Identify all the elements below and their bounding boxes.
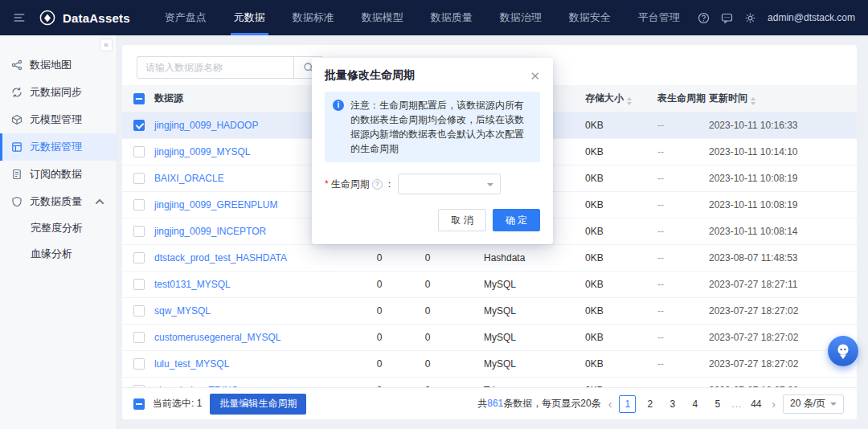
datasource-link[interactable]: lulu_test_MYSQL (154, 358, 355, 370)
table-row: dtstack_prod_test_HASHDATA 0 0 Hashdata … (122, 245, 857, 272)
nav-item-metadata[interactable]: 元数据 (220, 0, 279, 35)
cell-lifecycle: -- (645, 120, 709, 131)
row-checkbox[interactable] (133, 332, 145, 343)
search-input[interactable] (137, 57, 293, 78)
sidebar-subitem-completeness[interactable]: 完整度分析 (0, 215, 117, 241)
nav-item-asset-inventory[interactable]: 资产盘点 (151, 0, 220, 35)
nav-item-data-standard[interactable]: 数据标准 (279, 0, 348, 35)
page-number[interactable]: 4 (686, 395, 703, 413)
cell-type: MySQL (452, 279, 572, 290)
sidebar-collapse-icon[interactable]: « (100, 39, 113, 51)
page-number-last[interactable]: 44 (747, 395, 764, 413)
hamburger-menu-icon[interactable] (13, 11, 26, 24)
help-icon[interactable] (698, 12, 710, 24)
datasource-link[interactable]: dtstack_prod_test_HASHDATA (154, 252, 355, 264)
confirm-button[interactable]: 确 定 (493, 209, 540, 231)
cell-count: 0 (403, 252, 452, 264)
datasource-link[interactable]: customerusegeneral_MYSQL (154, 332, 355, 343)
sidebar-item-label: 订阅的数据 (30, 167, 82, 182)
header-updated[interactable]: 更新时间 (709, 92, 844, 105)
sidebar-subitem-lineage[interactable]: 血缘分析 (0, 241, 117, 267)
row-checkbox[interactable] (133, 305, 145, 317)
sidebar-item-label: 元数据同步 (30, 85, 82, 100)
cell-updated: 2023-07-27 18:27:02 (709, 332, 844, 343)
top-nav-bar: DataAssets 资产盘点 元数据 数据标准 数据模型 数据质量 数据治理 … (0, 0, 868, 35)
sidebar-item-metadata-quality[interactable]: 元数据质量 (0, 188, 117, 215)
sidebar-item-subscribed-data[interactable]: 订阅的数据 (0, 161, 117, 188)
cell-updated: 2023-07-27 18:27:02 (709, 305, 844, 317)
account-email[interactable]: admin@dtstack.com (768, 12, 855, 23)
cell-type: MySQL (452, 358, 572, 370)
next-page-icon[interactable]: › (770, 398, 777, 410)
cell-size: 0KB (572, 173, 645, 184)
page-size-select[interactable]: 20 条/页 (783, 394, 844, 414)
cell-count: 0 (355, 358, 403, 370)
lifecycle-field-label: 生命周期 (331, 178, 370, 191)
field-help-icon[interactable]: ? (372, 179, 383, 190)
close-icon[interactable]: ✕ (530, 70, 540, 82)
select-all-checkbox[interactable] (133, 93, 145, 104)
document-icon (11, 169, 23, 180)
sidebar-item-data-map[interactable]: 数据地图 (0, 51, 117, 79)
row-checkbox[interactable] (133, 120, 145, 131)
nav-item-data-quality[interactable]: 数据质量 (417, 0, 486, 35)
cell-updated: 2023-10-11 10:08:14 (709, 226, 844, 237)
cell-size: 0KB (572, 252, 645, 264)
row-checkbox[interactable] (133, 199, 145, 210)
nav-item-data-security[interactable]: 数据安全 (555, 0, 624, 35)
table-row: test0131_MYSQL 0 0 MySQL 0KB -- 2023-07-… (122, 272, 857, 298)
header-size[interactable]: 存储大小 (572, 92, 645, 105)
assistant-float-button[interactable] (828, 336, 858, 366)
page-number[interactable]: 3 (664, 395, 681, 413)
datasource-link[interactable]: test0131_MYSQL (154, 279, 355, 290)
cell-updated: 2023-10-11 10:08:19 (709, 199, 844, 210)
nav-item-platform-admin[interactable]: 平台管理 (624, 0, 694, 35)
row-checkbox[interactable] (133, 358, 145, 370)
cell-updated: 2023-07-27 18:27:02 (709, 358, 844, 370)
cell-count: 0 (355, 279, 403, 290)
row-checkbox[interactable] (133, 279, 145, 290)
assistant-mascot-icon (833, 341, 853, 361)
nav-item-data-model[interactable]: 数据模型 (348, 0, 417, 35)
footer-select-checkbox[interactable] (133, 398, 145, 410)
shield-icon (11, 196, 23, 207)
row-checkbox[interactable] (133, 173, 145, 184)
modal-footer: 取 消 确 定 (312, 198, 553, 244)
sidebar-item-meta-model[interactable]: 元模型管理 (0, 106, 117, 133)
bulk-edit-lifecycle-button[interactable]: 批量编辑生命周期 (210, 394, 306, 415)
modal-title: 批量修改生命周期 (325, 68, 415, 83)
row-checkbox[interactable] (133, 146, 145, 157)
cell-count: 0 (403, 279, 452, 290)
datasource-link[interactable]: sqw_MYSQL (154, 305, 355, 317)
sync-icon (11, 87, 23, 98)
sidebar-item-metadata-manage[interactable]: 元数据管理 (0, 133, 117, 161)
sidebar-item-label: 元数据质量 (30, 194, 82, 209)
brand-logo-icon[interactable] (39, 9, 56, 27)
cell-lifecycle: -- (645, 305, 709, 317)
lifecycle-select[interactable] (398, 174, 501, 194)
settings-gear-icon[interactable] (744, 12, 756, 24)
sidebar: « 数据地图 元数据同步 元模型管理 元数据管理 (0, 35, 117, 429)
sort-icons[interactable] (751, 97, 755, 105)
sidebar-item-label: 元数据管理 (30, 140, 82, 154)
page-ellipsis: ... (731, 398, 742, 410)
sidebar-item-metadata-sync[interactable]: 元数据同步 (0, 79, 117, 106)
brand-name[interactable]: DataAssets (63, 11, 130, 25)
sort-icons[interactable] (627, 97, 632, 105)
cell-size: 0KB (572, 199, 645, 210)
page-number[interactable]: 5 (709, 395, 726, 413)
cell-size: 0KB (572, 332, 645, 343)
pagination: 共861条数据，每页显示20条 ‹ 1 2 3 4 5 ... 44 › 20 … (477, 394, 844, 414)
cancel-button[interactable]: 取 消 (438, 209, 485, 231)
page-number[interactable]: 2 (641, 395, 658, 413)
sidebar-item-label: 元模型管理 (30, 112, 82, 127)
row-checkbox[interactable] (133, 252, 145, 264)
table-footer: 当前选中: 1 批量编辑生命周期 共861条数据，每页显示20条 ‹ 1 2 3… (122, 387, 857, 419)
cell-updated: 2023-10-11 10:16:33 (709, 120, 844, 131)
chevron-down-icon (830, 402, 837, 406)
nav-item-data-governance[interactable]: 数据治理 (486, 0, 555, 35)
prev-page-icon[interactable]: ‹ (607, 398, 614, 410)
page-number[interactable]: 1 (619, 395, 636, 413)
message-icon[interactable] (721, 12, 733, 24)
row-checkbox[interactable] (133, 226, 145, 237)
